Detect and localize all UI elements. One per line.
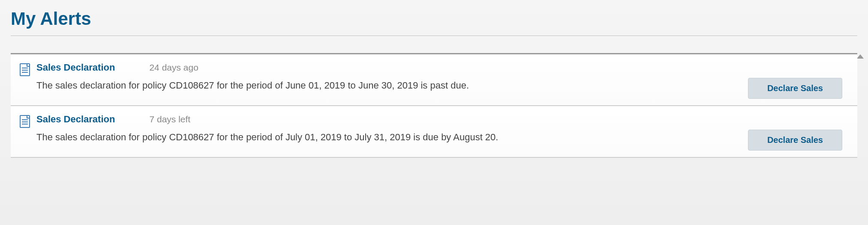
- alert-action: Declare Sales: [748, 78, 842, 99]
- alert-time: 24 days ago: [149, 62, 198, 73]
- alert-content: Sales Declaration 7 days left The sales …: [36, 114, 849, 144]
- alerts-list: Sales Declaration 24 days ago The sales …: [11, 53, 857, 158]
- alert-title: Sales Declaration: [36, 114, 115, 125]
- alert-description: The sales declaration for policy CD10862…: [36, 79, 849, 92]
- document-icon: [19, 115, 31, 130]
- title-divider: [11, 36, 857, 36]
- alert-header: Sales Declaration 7 days left: [36, 114, 849, 125]
- alert-description: The sales declaration for policy CD10862…: [36, 131, 849, 144]
- declare-sales-button[interactable]: Declare Sales: [748, 78, 842, 99]
- alert-title: Sales Declaration: [36, 62, 115, 73]
- alert-item: Sales Declaration 24 days ago The sales …: [11, 54, 857, 106]
- alert-header: Sales Declaration 24 days ago: [36, 62, 849, 73]
- scroll-up-indicator[interactable]: [857, 54, 864, 59]
- alert-time: 7 days left: [149, 114, 190, 124]
- alert-item: Sales Declaration 7 days left The sales …: [11, 106, 857, 158]
- document-icon: [19, 63, 31, 78]
- declare-sales-button[interactable]: Declare Sales: [748, 130, 842, 151]
- alert-action: Declare Sales: [748, 130, 842, 151]
- page-title: My Alerts: [11, 9, 857, 29]
- alert-content: Sales Declaration 24 days ago The sales …: [36, 62, 849, 92]
